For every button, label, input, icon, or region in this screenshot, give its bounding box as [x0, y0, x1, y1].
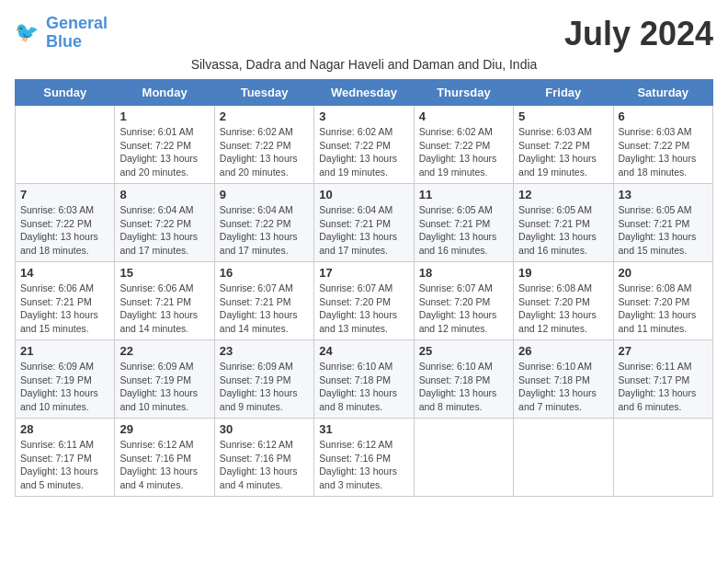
calendar-cell: 17Sunrise: 6:07 AM Sunset: 7:20 PM Dayli…	[314, 262, 414, 340]
calendar-cell	[414, 419, 513, 497]
day-info: Sunrise: 6:05 AM Sunset: 7:21 PM Dayligh…	[518, 203, 608, 258]
calendar-cell: 18Sunrise: 6:07 AM Sunset: 7:20 PM Dayli…	[414, 262, 513, 340]
day-number: 8	[119, 188, 209, 201]
page-header: 🐦 General Blue July 2024	[15, 15, 713, 53]
day-info: Sunrise: 6:08 AM Sunset: 7:20 PM Dayligh…	[518, 282, 608, 336]
calendar-cell	[16, 106, 115, 184]
day-number: 9	[220, 188, 309, 201]
calendar-cell	[613, 419, 712, 497]
day-info: Sunrise: 6:10 AM Sunset: 7:18 PM Dayligh…	[518, 360, 608, 414]
day-number: 21	[20, 344, 109, 358]
day-number: 17	[319, 266, 408, 280]
day-number: 7	[20, 188, 109, 201]
calendar-cell: 15Sunrise: 6:06 AM Sunset: 7:21 PM Dayli…	[115, 262, 214, 340]
day-info: Sunrise: 6:03 AM Sunset: 7:22 PM Dayligh…	[20, 203, 109, 258]
day-number: 18	[419, 266, 508, 280]
day-info: Sunrise: 6:07 AM Sunset: 7:20 PM Dayligh…	[419, 282, 508, 336]
day-info: Sunrise: 6:02 AM Sunset: 7:22 PM Dayligh…	[220, 125, 309, 179]
logo-general: General	[46, 14, 108, 32]
day-info: Sunrise: 6:05 AM Sunset: 7:21 PM Dayligh…	[619, 203, 708, 258]
calendar-cell: 24Sunrise: 6:10 AM Sunset: 7:18 PM Dayli…	[314, 340, 414, 419]
calendar-week-5: 28Sunrise: 6:11 AM Sunset: 7:17 PM Dayli…	[16, 419, 713, 497]
day-number: 3	[319, 109, 408, 123]
day-number: 1	[119, 109, 209, 123]
calendar-cell: 25Sunrise: 6:10 AM Sunset: 7:18 PM Dayli…	[414, 340, 513, 419]
calendar-cell: 23Sunrise: 6:09 AM Sunset: 7:19 PM Dayli…	[214, 340, 313, 419]
day-info: Sunrise: 6:02 AM Sunset: 7:22 PM Dayligh…	[319, 125, 408, 179]
day-info: Sunrise: 6:10 AM Sunset: 7:18 PM Dayligh…	[319, 360, 408, 414]
day-header-thursday: Thursday	[414, 80, 513, 106]
calendar-cell: 29Sunrise: 6:12 AM Sunset: 7:16 PM Dayli…	[115, 419, 214, 497]
calendar-cell: 31Sunrise: 6:12 AM Sunset: 7:16 PM Dayli…	[314, 419, 414, 497]
day-header-monday: Monday	[115, 80, 214, 106]
day-number: 27	[619, 344, 708, 358]
day-header-friday: Friday	[514, 80, 613, 106]
day-info: Sunrise: 6:04 AM Sunset: 7:22 PM Dayligh…	[220, 203, 309, 258]
day-info: Sunrise: 6:01 AM Sunset: 7:22 PM Dayligh…	[119, 125, 209, 179]
day-info: Sunrise: 6:03 AM Sunset: 7:22 PM Dayligh…	[518, 125, 608, 179]
calendar-cell: 9Sunrise: 6:04 AM Sunset: 7:22 PM Daylig…	[214, 184, 313, 262]
svg-text:🐦: 🐦	[15, 20, 40, 44]
day-info: Sunrise: 6:12 AM Sunset: 7:16 PM Dayligh…	[119, 438, 209, 492]
day-info: Sunrise: 6:11 AM Sunset: 7:17 PM Dayligh…	[20, 438, 109, 492]
calendar-cell: 8Sunrise: 6:04 AM Sunset: 7:22 PM Daylig…	[115, 184, 214, 262]
calendar-cell: 13Sunrise: 6:05 AM Sunset: 7:21 PM Dayli…	[613, 184, 712, 262]
calendar-week-2: 7Sunrise: 6:03 AM Sunset: 7:22 PM Daylig…	[16, 184, 713, 262]
day-info: Sunrise: 6:11 AM Sunset: 7:17 PM Dayligh…	[619, 360, 708, 414]
logo-text: General Blue	[46, 15, 108, 52]
day-info: Sunrise: 6:06 AM Sunset: 7:21 PM Dayligh…	[119, 282, 209, 336]
calendar-cell: 22Sunrise: 6:09 AM Sunset: 7:19 PM Dayli…	[115, 340, 214, 419]
day-number: 23	[220, 344, 309, 358]
calendar-cell: 6Sunrise: 6:03 AM Sunset: 7:22 PM Daylig…	[613, 106, 712, 184]
day-header-tuesday: Tuesday	[214, 80, 313, 106]
day-info: Sunrise: 6:04 AM Sunset: 7:21 PM Dayligh…	[319, 203, 408, 258]
logo: 🐦 General Blue	[15, 15, 108, 52]
day-info: Sunrise: 6:03 AM Sunset: 7:22 PM Dayligh…	[619, 125, 708, 179]
day-number: 29	[119, 422, 209, 436]
day-number: 4	[419, 109, 508, 123]
day-info: Sunrise: 6:09 AM Sunset: 7:19 PM Dayligh…	[20, 360, 109, 414]
day-info: Sunrise: 6:07 AM Sunset: 7:21 PM Dayligh…	[220, 282, 309, 336]
calendar-cell: 20Sunrise: 6:08 AM Sunset: 7:20 PM Dayli…	[613, 262, 712, 340]
day-number: 10	[319, 188, 408, 201]
day-number: 2	[220, 109, 309, 123]
day-info: Sunrise: 6:08 AM Sunset: 7:20 PM Dayligh…	[619, 282, 708, 336]
day-number: 20	[619, 266, 708, 280]
calendar-cell: 28Sunrise: 6:11 AM Sunset: 7:17 PM Dayli…	[16, 419, 115, 497]
calendar-cell: 3Sunrise: 6:02 AM Sunset: 7:22 PM Daylig…	[314, 106, 414, 184]
day-number: 14	[20, 266, 109, 280]
calendar-week-1: 1Sunrise: 6:01 AM Sunset: 7:22 PM Daylig…	[16, 106, 713, 184]
month-title: July 2024	[564, 15, 713, 53]
day-info: Sunrise: 6:04 AM Sunset: 7:22 PM Dayligh…	[119, 203, 209, 258]
calendar-cell: 27Sunrise: 6:11 AM Sunset: 7:17 PM Dayli…	[613, 340, 712, 419]
calendar-cell: 12Sunrise: 6:05 AM Sunset: 7:21 PM Dayli…	[514, 184, 613, 262]
calendar-cell	[514, 419, 613, 497]
day-number: 25	[419, 344, 508, 358]
day-header-sunday: Sunday	[16, 80, 115, 106]
calendar-week-4: 21Sunrise: 6:09 AM Sunset: 7:19 PM Dayli…	[16, 340, 713, 419]
logo-icon: 🐦	[15, 19, 42, 47]
day-info: Sunrise: 6:12 AM Sunset: 7:16 PM Dayligh…	[319, 438, 408, 492]
day-number: 12	[518, 188, 608, 201]
day-number: 30	[220, 422, 309, 436]
calendar-table: SundayMondayTuesdayWednesdayThursdayFrid…	[15, 79, 713, 497]
calendar-cell: 30Sunrise: 6:12 AM Sunset: 7:16 PM Dayli…	[214, 419, 313, 497]
day-info: Sunrise: 6:12 AM Sunset: 7:16 PM Dayligh…	[220, 438, 309, 492]
day-info: Sunrise: 6:09 AM Sunset: 7:19 PM Dayligh…	[119, 360, 209, 414]
location-subtitle: Silvassa, Dadra and Nagar Haveli and Dam…	[15, 57, 713, 72]
day-number: 11	[419, 188, 508, 201]
day-info: Sunrise: 6:06 AM Sunset: 7:21 PM Dayligh…	[20, 282, 109, 336]
calendar-cell: 21Sunrise: 6:09 AM Sunset: 7:19 PM Dayli…	[16, 340, 115, 419]
calendar-cell: 5Sunrise: 6:03 AM Sunset: 7:22 PM Daylig…	[514, 106, 613, 184]
day-number: 6	[619, 109, 708, 123]
calendar-cell: 4Sunrise: 6:02 AM Sunset: 7:22 PM Daylig…	[414, 106, 513, 184]
day-info: Sunrise: 6:07 AM Sunset: 7:20 PM Dayligh…	[319, 282, 408, 336]
calendar-cell: 1Sunrise: 6:01 AM Sunset: 7:22 PM Daylig…	[115, 106, 214, 184]
calendar-cell: 26Sunrise: 6:10 AM Sunset: 7:18 PM Dayli…	[514, 340, 613, 419]
day-number: 24	[319, 344, 408, 358]
calendar-cell: 19Sunrise: 6:08 AM Sunset: 7:20 PM Dayli…	[514, 262, 613, 340]
day-info: Sunrise: 6:05 AM Sunset: 7:21 PM Dayligh…	[419, 203, 508, 258]
day-number: 31	[319, 422, 408, 436]
day-header-row: SundayMondayTuesdayWednesdayThursdayFrid…	[16, 80, 713, 106]
day-info: Sunrise: 6:10 AM Sunset: 7:18 PM Dayligh…	[419, 360, 508, 414]
